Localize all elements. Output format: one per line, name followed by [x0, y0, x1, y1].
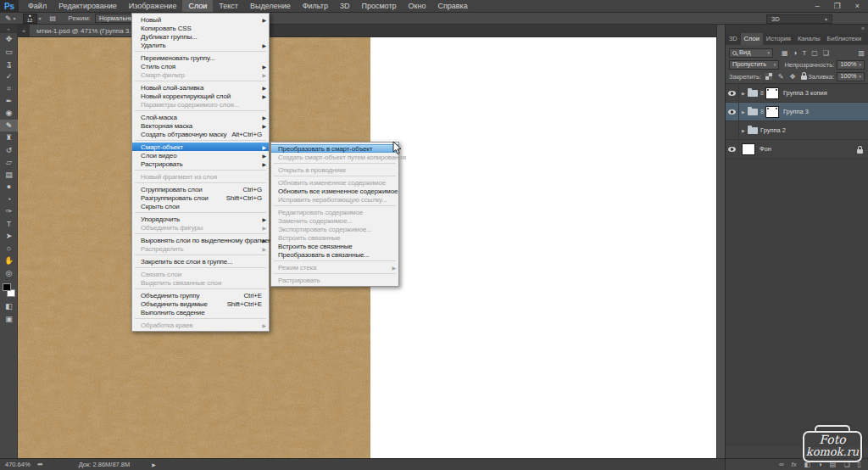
- opacity-input[interactable]: 100% ▾: [837, 60, 865, 70]
- lock-transparency-icon[interactable]: [765, 73, 772, 80]
- layer-row-1[interactable]: ▶8Группа 3: [726, 103, 868, 121]
- submenu-item-embed-linked[interactable]: Встроить связанные: [271, 233, 398, 242]
- tool-screen-mode[interactable]: ▣: [0, 313, 18, 326]
- chevron-down-icon[interactable]: ▾: [39, 15, 42, 21]
- menu-item-vector-mask[interactable]: Векторная маска▶: [132, 121, 269, 130]
- filter-type-layers-icon[interactable]: T: [802, 49, 806, 57]
- menubar-item-help[interactable]: Справка: [431, 0, 473, 12]
- menubar-item-layers[interactable]: Слои: [182, 0, 213, 12]
- expand-arrow-icon[interactable]: ▶: [739, 109, 748, 115]
- group-blend-mode-select[interactable]: Пропустить ▾: [729, 60, 779, 70]
- menu-item-delete[interactable]: Удалить▶: [132, 41, 269, 49]
- submenu-item-rasterize[interactable]: Растрировать: [271, 276, 398, 284]
- panel-tab-3d[interactable]: 3D: [726, 33, 741, 45]
- layer-mask-thumbnail[interactable]: [765, 106, 779, 118]
- visibility-toggle[interactable]: [726, 121, 739, 140]
- layer-filter-select[interactable]: Вид ▾: [729, 48, 773, 58]
- foreground-color-swatch[interactable]: [3, 283, 11, 291]
- submenu-item-update-all-modified-content[interactable]: Обновить все измененное содержимое: [271, 187, 398, 195]
- workspace-select[interactable]: 3D ▾: [766, 14, 832, 24]
- close-button[interactable]: ×: [855, 0, 860, 13]
- tool-lasso[interactable]: ʓ: [0, 58, 18, 70]
- tool-move[interactable]: ✥: [0, 33, 18, 46]
- minimize-button[interactable]: –: [815, 0, 820, 13]
- tool-dodge[interactable]: ◔: [0, 193, 18, 206]
- panel-tab-paths[interactable]: Контуры: [865, 33, 868, 45]
- fill-input[interactable]: 100% ▾: [837, 72, 865, 81]
- menubar-item-type[interactable]: Текст: [213, 0, 244, 12]
- submenu-item-convert-to-linked[interactable]: Преобразовать в связанные...: [271, 250, 398, 259]
- tool-brush[interactable]: ✎: [0, 120, 18, 132]
- menu-item-smart-filter[interactable]: Смарт-фильтр▶: [132, 70, 269, 79]
- tool-crop[interactable]: ⌗: [0, 82, 18, 95]
- menu-item-matting[interactable]: Обработка краев▶: [132, 321, 269, 329]
- tool-pen[interactable]: ✑: [0, 205, 18, 218]
- panel-tab-libraries[interactable]: Библиотеки: [824, 33, 865, 45]
- tool-healing-brush[interactable]: ◉: [0, 107, 18, 120]
- tool-clone-stamp[interactable]: ♜: [0, 131, 18, 144]
- menu-item-flatten[interactable]: Выполнить сведение: [132, 308, 269, 316]
- submenu-item-relink-to-file[interactable]: Исправить неработающую ссылку...: [271, 195, 398, 204]
- layer-mask-thumbnail[interactable]: [765, 87, 779, 99]
- tool-quick-selection[interactable]: ✓: [0, 70, 18, 83]
- filter-smart-objects-icon[interactable]: ❏: [823, 49, 829, 57]
- submenu-item-convert-to-smart-object[interactable]: Преобразовать в смарт-объект: [271, 144, 398, 153]
- tool-gradient[interactable]: ▤: [0, 169, 18, 182]
- menu-item-select-linked[interactable]: Выделить связанные слои: [132, 278, 269, 287]
- status-expand-icon[interactable]: ▶: [152, 462, 156, 467]
- menu-item-hide-layers[interactable]: Скрыть слои: [132, 202, 269, 210]
- toolbar-collapse-icon[interactable]: »: [0, 25, 17, 33]
- tool-blur[interactable]: ●: [0, 181, 18, 193]
- menubar-item-filter[interactable]: Фильтр: [297, 0, 334, 12]
- submenu-item-update-modified-content[interactable]: Обновить измененное содержимое: [271, 178, 398, 187]
- tab-close-icon[interactable]: ×: [18, 25, 30, 36]
- menu-item-copy-css[interactable]: Копировать CSS: [132, 24, 269, 32]
- menu-item-rename-group[interactable]: Переименовать группу...: [132, 53, 269, 62]
- menu-item-align-layers[interactable]: Выровнять слои по выделенному фрагменту▶: [132, 236, 269, 244]
- submenu-item-replace-contents[interactable]: Заменить содержимое...: [271, 216, 398, 225]
- submenu-item-embed-all-linked[interactable]: Встроить все связанные: [271, 242, 398, 250]
- filter-toggle-icon[interactable]: ▥: [858, 49, 865, 57]
- menu-item-new[interactable]: Новый▶: [132, 15, 269, 24]
- tool-path-selection[interactable]: ➤: [0, 230, 18, 243]
- menu-item-link-layers[interactable]: Связать слои: [132, 270, 269, 278]
- submenu-item-stack-mode[interactable]: Режим стека▶: [271, 263, 398, 271]
- tool-zoom[interactable]: ◎: [0, 267, 18, 280]
- tool-quick-mask[interactable]: ◧: [0, 300, 18, 313]
- menu-item-layer-content-options[interactable]: Параметры содержимого слоя...: [132, 100, 269, 109]
- menu-item-new-layer-based-slice[interactable]: Новый фрагмент из слоя: [132, 172, 269, 181]
- menu-item-create-clipping-mask[interactable]: Создать обтравочную маскуAlt+Ctrl+G: [132, 130, 269, 138]
- menubar-item-view[interactable]: Просмотр: [355, 0, 402, 12]
- layer-row-3[interactable]: Фон: [726, 140, 868, 159]
- submenu-item-reveal-in-explorer[interactable]: Открыть в проводнике: [271, 165, 398, 174]
- layer-style-icon[interactable]: fx: [792, 459, 797, 470]
- menu-item-arrange[interactable]: Упорядочить▶: [132, 215, 269, 223]
- panel-tab-layers[interactable]: Слои: [741, 33, 763, 45]
- filter-adjustment-layers-icon[interactable]: ◑: [793, 49, 798, 57]
- link-layers-icon[interactable]: ∞: [779, 459, 784, 470]
- menu-item-ungroup-layers[interactable]: Разгруппировать слоиShift+Ctrl+G: [132, 193, 269, 202]
- menubar-item-image[interactable]: Изображение: [123, 0, 183, 12]
- menu-item-new-fill-layer[interactable]: Новый слой-заливка▶: [132, 83, 269, 92]
- submenu-item-export-contents[interactable]: Экспортировать содержимое...: [271, 225, 398, 233]
- visibility-toggle[interactable]: [726, 103, 739, 121]
- filter-shape-layers-icon[interactable]: ▢: [811, 49, 818, 57]
- tool-hand[interactable]: ✋: [0, 255, 18, 267]
- menu-item-layer-style[interactable]: Стиль слоя▶: [132, 62, 269, 70]
- menubar-item-edit[interactable]: Редактирование: [53, 0, 123, 12]
- layer-row-2[interactable]: ▶Группа 2: [726, 121, 868, 140]
- menu-item-lock-all-layers[interactable]: Закрепить все слои в группе...: [132, 257, 269, 266]
- expand-arrow-icon[interactable]: ▶: [739, 91, 748, 96]
- lock-pixels-icon[interactable]: ✎: [778, 73, 784, 81]
- menu-item-merge-group[interactable]: Объединить группуCtrl+E: [132, 291, 269, 299]
- submenu-item-edit-contents[interactable]: Редактировать содержимое: [271, 208, 398, 216]
- visibility-toggle[interactable]: [726, 140, 739, 159]
- menu-item-layer-mask[interactable]: Слой-маска▶: [132, 113, 269, 121]
- tool-eyedropper[interactable]: ✒: [0, 95, 18, 108]
- tool-shape[interactable]: ○: [0, 243, 18, 255]
- menu-item-smart-object[interactable]: Смарт-объект▶: [132, 143, 269, 151]
- menubar-item-file[interactable]: Файл: [22, 0, 53, 12]
- menu-item-new-adjustment-layer[interactable]: Новый корректирующий слой▶: [132, 92, 269, 100]
- menu-item-group-layers[interactable]: Сгруппировать слоиCtrl+G: [132, 185, 269, 193]
- menu-item-video-layers[interactable]: Слои видео▶: [132, 151, 269, 159]
